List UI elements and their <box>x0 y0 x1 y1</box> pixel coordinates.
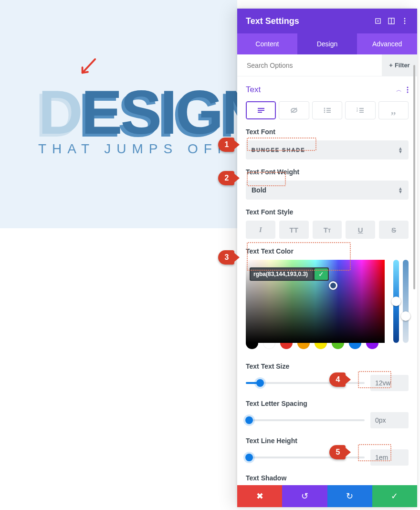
sort-icon: ▲▼ <box>398 147 403 153</box>
field-letter-spacing: Text Letter Spacing 0px <box>246 400 409 428</box>
svg-text:2: 2 <box>357 109 358 112</box>
label-font-weight: Text Font Weight <box>246 168 409 176</box>
filter-label: Filter <box>395 62 410 69</box>
panel-footer: ✖ ↺ ↻ ✓ <box>237 485 417 507</box>
slider-letter-spacing-knob[interactable] <box>245 416 253 424</box>
annotation-arrow <box>79 57 97 78</box>
font-weight-value: Bold <box>252 186 266 194</box>
callout-3: 3 <box>218 250 234 265</box>
layout-icon[interactable] <box>388 17 395 25</box>
save-button[interactable]: ✓ <box>372 485 417 507</box>
color-canvas[interactable]: ✓ <box>246 260 385 343</box>
color-handle[interactable] <box>329 281 337 290</box>
field-shadow: Text Shadow <box>246 474 409 482</box>
svg-point-9 <box>407 92 409 93</box>
label-text-color: Text Text Color <box>246 247 409 255</box>
panel-scrollbar[interactable] <box>413 65 415 289</box>
redo-button[interactable]: ↻ <box>327 485 372 507</box>
style-italic[interactable]: I <box>246 221 275 239</box>
text-tab-paragraph[interactable] <box>246 101 276 119</box>
svg-point-6 <box>404 23 406 24</box>
color-input[interactable] <box>251 268 313 280</box>
svg-point-16 <box>324 110 325 111</box>
undo-button[interactable]: ↺ <box>282 485 327 507</box>
filter-button[interactable]: + Filter <box>382 54 417 76</box>
label-font-style: Text Font Style <box>246 208 409 216</box>
text-tab-link[interactable] <box>279 101 309 119</box>
search-row: + Filter <box>237 54 417 76</box>
cancel-button[interactable]: ✖ <box>237 485 282 507</box>
style-underline[interactable]: U <box>346 221 375 239</box>
value-letter-spacing[interactable]: 0px <box>370 412 409 428</box>
preview-headline: DESIGN <box>38 76 237 148</box>
svg-point-1 <box>378 21 379 22</box>
select-font-weight[interactable]: Bold ▲▼ <box>246 181 409 200</box>
more-icon[interactable] <box>401 17 409 25</box>
chevron-up-icon[interactable]: ︿ <box>396 86 402 94</box>
alpha-knob[interactable] <box>401 311 410 321</box>
design-preview: DESIGN THAT JUMPS OFF T <box>0 0 237 228</box>
alpha-slider[interactable] <box>403 260 409 343</box>
svg-point-15 <box>324 108 325 109</box>
hue-slider[interactable] <box>393 260 399 343</box>
slider-text-size[interactable] <box>246 382 365 384</box>
tab-design[interactable]: Design <box>297 33 357 54</box>
font-value: BUNGEE SHADE <box>252 147 305 153</box>
confirm-color-button[interactable]: ✓ <box>315 268 328 280</box>
text-tab-quote[interactable]: ,, <box>378 101 409 119</box>
svg-point-17 <box>324 112 325 113</box>
expand-icon[interactable] <box>374 17 382 25</box>
slider-letter-spacing[interactable] <box>246 419 365 421</box>
field-line-height: Text Line Height 1em <box>246 437 409 466</box>
text-tab-ol[interactable]: 12 <box>345 101 375 119</box>
panel-header: Text Settings <box>237 9 417 33</box>
section-title: Text <box>246 85 261 95</box>
panel-title: Text Settings <box>246 16 368 26</box>
preview-subline: THAT JUMPS OFF T <box>38 141 237 157</box>
value-line-height[interactable]: 1em <box>370 449 409 466</box>
style-uppercase[interactable]: TT <box>279 221 309 239</box>
select-font[interactable]: BUNGEE SHADE ▲▼ <box>246 140 409 159</box>
panel-body: Text ︿ 12 ,, Text Font <box>237 76 417 485</box>
style-smallcaps[interactable]: TT <box>313 221 342 239</box>
section-more-icon[interactable] <box>407 86 409 93</box>
text-settings-panel: Text Settings Content Design Advanced + … <box>237 9 417 507</box>
svg-point-4 <box>404 18 406 20</box>
style-strike[interactable]: S <box>379 221 409 239</box>
svg-point-8 <box>407 89 409 91</box>
svg-point-5 <box>404 21 406 22</box>
svg-point-7 <box>407 87 409 88</box>
text-tab-ul[interactable] <box>312 101 342 119</box>
label-shadow: Text Shadow <box>246 474 409 482</box>
settings-tabs: Content Design Advanced <box>237 33 417 54</box>
color-input-wrap: ✓ <box>250 267 329 281</box>
label-font: Text Font <box>246 128 409 136</box>
label-letter-spacing: Text Letter Spacing <box>246 400 409 407</box>
label-line-height: Text Line Height <box>246 437 409 445</box>
field-text-color: Text Text Color ✓ <box>246 247 409 349</box>
value-text-size[interactable]: 12vw <box>370 375 409 391</box>
field-text-size: Text Text Size 12vw <box>246 362 409 391</box>
field-font-weight: Text Font Weight Bold ▲▼ <box>246 168 409 200</box>
tab-advanced[interactable]: Advanced <box>357 33 417 54</box>
text-element-tabs: 12 ,, <box>246 101 409 119</box>
field-font-style: Text Font Style I TT TT U S <box>246 208 409 239</box>
slider-line-height[interactable] <box>246 457 365 458</box>
field-font: Text Font BUNGEE SHADE ▲▼ <box>246 128 409 159</box>
section-text[interactable]: Text ︿ <box>246 83 409 101</box>
tab-content[interactable]: Content <box>237 33 297 54</box>
sort-icon: ▲▼ <box>398 187 403 193</box>
slider-text-size-knob[interactable] <box>256 379 264 387</box>
search-input[interactable] <box>246 61 382 70</box>
color-picker: ✓ <box>246 260 409 349</box>
slider-line-height-knob[interactable] <box>245 454 253 461</box>
hue-knob[interactable] <box>391 297 401 306</box>
label-text-size: Text Text Size <box>246 362 409 370</box>
